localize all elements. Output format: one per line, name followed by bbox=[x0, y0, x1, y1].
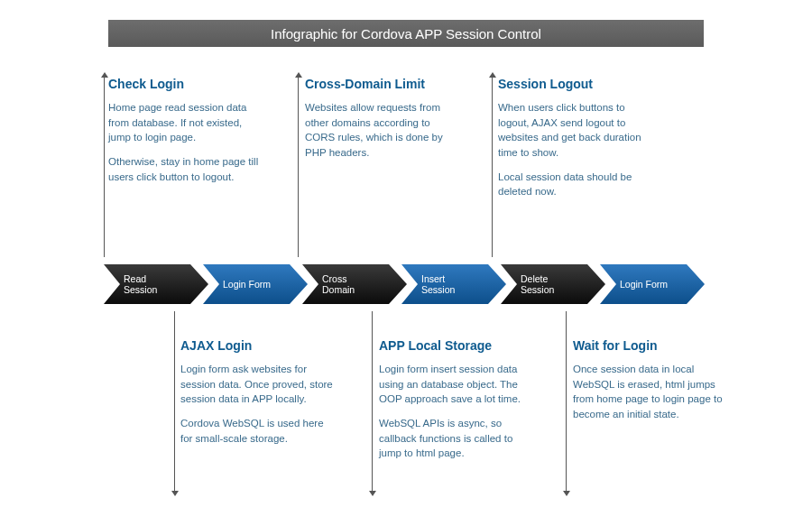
title-bar: Infographic for Cordova APP Session Cont… bbox=[108, 20, 704, 47]
step-label: Login Form bbox=[620, 279, 674, 290]
block-text: Login form insert session data using an … bbox=[379, 362, 532, 461]
block-check-login: Check Login Home page read session data … bbox=[108, 77, 262, 193]
step-label: Cross Domain bbox=[322, 273, 376, 295]
block-text: Once session data in local WebSQL is era… bbox=[573, 362, 726, 422]
block-text: Websites allow requests from other domai… bbox=[305, 100, 458, 161]
infographic-container: Infographic for Cordova APP Session Cont… bbox=[0, 0, 812, 507]
step-login-form-1: Login Form bbox=[203, 264, 291, 304]
block-text: When users click buttons to logout, AJAX… bbox=[498, 100, 651, 199]
block-title: AJAX Login bbox=[180, 338, 334, 353]
step-label: Login Form bbox=[223, 279, 277, 290]
step-read-session: Read Session bbox=[104, 264, 192, 304]
step-cross-domain: Cross Domain bbox=[302, 264, 391, 304]
flow-row: Read Session Login Form Cross Domain Ins… bbox=[104, 264, 699, 304]
step-login-form-2: Login Form bbox=[600, 264, 688, 304]
connector-down-1 bbox=[174, 311, 175, 492]
connector-up-3 bbox=[492, 77, 493, 257]
block-title: APP Local Storage bbox=[379, 338, 532, 353]
block-session-logout: Session Logout When users click buttons … bbox=[498, 77, 651, 208]
connector-up-1 bbox=[104, 77, 105, 257]
block-wait-for-login: Wait for Login Once session data in loca… bbox=[573, 338, 726, 431]
block-ajax-login: AJAX Login Login form ask websites for s… bbox=[180, 338, 334, 455]
block-title: Wait for Login bbox=[573, 338, 726, 353]
connector-down-2 bbox=[372, 311, 373, 492]
step-label: Delete Session bbox=[521, 273, 575, 295]
block-app-local-storage: APP Local Storage Login form insert sess… bbox=[379, 338, 532, 470]
step-delete-session: Delete Session bbox=[501, 264, 589, 304]
block-cross-domain-limit: Cross-Domain Limit Websites allow reques… bbox=[305, 77, 458, 170]
block-title: Cross-Domain Limit bbox=[305, 77, 458, 91]
step-insert-session: Insert Session bbox=[401, 264, 490, 304]
step-label: Read Session bbox=[124, 273, 178, 295]
connector-up-2 bbox=[298, 77, 299, 257]
block-title: Session Logout bbox=[498, 77, 651, 91]
block-text: Login form ask websites for session data… bbox=[180, 362, 334, 446]
title-text: Infographic for Cordova APP Session Cont… bbox=[271, 26, 541, 41]
block-text: Home page read session data from databas… bbox=[108, 100, 262, 184]
step-label: Insert Session bbox=[421, 273, 475, 295]
connector-down-3 bbox=[566, 311, 567, 492]
block-title: Check Login bbox=[108, 77, 262, 91]
